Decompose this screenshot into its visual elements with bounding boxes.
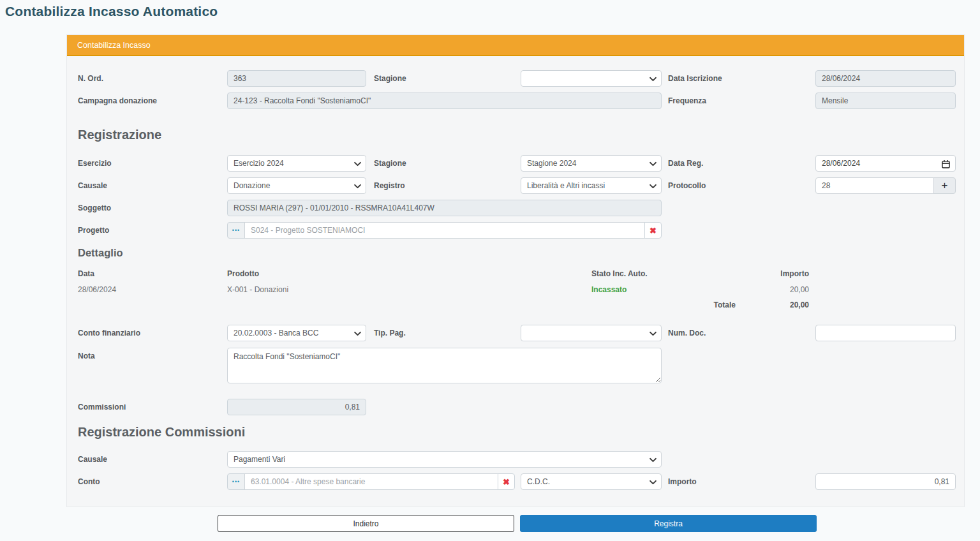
back-button[interactable]: Indietro: [218, 515, 514, 532]
table-row: 28/06/2024 X-001 - Donazioni Incassato 2…: [78, 285, 954, 294]
panel-header: Contabilizza Incasso: [67, 35, 964, 56]
tip-pag-select[interactable]: [521, 325, 662, 341]
chevron-down-icon: [650, 161, 657, 167]
row-prodotto: X-001 - Donazioni: [227, 285, 591, 294]
campagna-label: Campagna donazione: [78, 96, 227, 105]
totale-label: Totale: [78, 300, 736, 309]
chevron-down-icon: [354, 331, 361, 336]
col-prodotto: Prodotto: [227, 269, 591, 278]
totale-value: 20,00: [736, 300, 809, 309]
esercizio-value: Esercizio 2024: [234, 159, 284, 168]
stagione-testata-label: Stagione: [374, 74, 521, 83]
n-ord-input[interactable]: [227, 70, 366, 87]
campagna-input[interactable]: [227, 93, 662, 109]
tip-pag-label: Tip. Pag.: [374, 329, 521, 337]
dettaglio-table-header: Data Prodotto Stato Inc. Auto. Importo: [78, 269, 954, 278]
cdc-value: C.D.C.: [527, 477, 550, 486]
protocollo-label: Protocollo: [668, 181, 815, 190]
importo-commissioni-label: Importo: [668, 477, 815, 486]
conto-finanziario-value: 20.02.0003 - Banca BCC: [234, 329, 318, 337]
n-ord-label: N. Ord.: [78, 74, 227, 83]
contabilizza-panel: Contabilizza Incasso N. Ord. Stagione Da…: [66, 34, 965, 507]
conto-clear-button[interactable]: ✖: [498, 473, 515, 490]
col-stato: Stato Inc. Auto.: [591, 269, 736, 278]
causale-value: Donazione: [234, 181, 270, 190]
protocollo-add-button[interactable]: +: [933, 177, 956, 194]
conto-finanziario-select[interactable]: 20.02.0003 - Banca BCC: [227, 325, 366, 341]
dettaglio-heading: Dettaglio: [78, 246, 954, 260]
conto-label: Conto: [78, 477, 227, 486]
progetto-lookup-button[interactable]: •••: [227, 222, 245, 239]
chevron-down-icon: [650, 77, 657, 82]
data-reg-value: 28/06/2024: [822, 159, 860, 168]
progetto-input[interactable]: [244, 222, 645, 239]
registro-label: Registro: [374, 181, 521, 190]
totale-row: Totale 20,00: [78, 300, 954, 309]
esercizio-select[interactable]: Esercizio 2024: [227, 155, 366, 172]
calendar-icon[interactable]: [942, 159, 950, 168]
stagione-reg-label: Stagione: [374, 159, 521, 168]
frequenza-input[interactable]: [815, 93, 956, 109]
conto-lookup-button[interactable]: •••: [227, 473, 245, 490]
data-reg-label: Data Reg.: [668, 159, 815, 168]
conto-input[interactable]: [244, 473, 498, 490]
importo-commissioni-input[interactable]: [815, 473, 956, 490]
footer-actions: Indietro Registra: [218, 515, 980, 532]
causale-commissioni-label: Causale: [78, 455, 227, 464]
causale-label: Causale: [78, 181, 227, 190]
conto-finanziario-label: Conto finanziario: [78, 329, 227, 337]
num-doc-label: Num. Doc.: [668, 329, 815, 337]
chevron-down-icon: [650, 457, 657, 463]
registro-select[interactable]: Liberalità e Altri incassi: [521, 177, 662, 194]
commissioni-input[interactable]: [227, 399, 366, 415]
soggetto-input[interactable]: [227, 200, 662, 216]
num-doc-input[interactable]: [815, 325, 956, 341]
frequenza-label: Frequenza: [668, 96, 815, 105]
panel-body: N. Ord. Stagione Data Iscrizione Campagn…: [67, 56, 964, 507]
data-reg-input[interactable]: 28/06/2024: [815, 155, 956, 172]
protocollo-input[interactable]: [815, 177, 934, 194]
chevron-down-icon: [650, 480, 657, 485]
chevron-down-icon: [650, 331, 657, 336]
col-data: Data: [78, 269, 227, 278]
commissioni-label: Commissioni: [78, 403, 227, 411]
cdc-select[interactable]: C.D.C.: [521, 473, 662, 490]
registro-value: Liberalità e Altri incassi: [527, 181, 605, 190]
data-iscrizione-input[interactable]: [815, 70, 956, 87]
stagione-reg-select[interactable]: Stagione 2024: [521, 155, 662, 172]
chevron-down-icon: [650, 184, 657, 189]
page-title: Contabilizza Incasso Automatico: [5, 4, 980, 19]
causale-select[interactable]: Donazione: [227, 177, 366, 194]
registrazione-heading: Registrazione: [78, 126, 954, 144]
soggetto-label: Soggetto: [78, 204, 227, 212]
stagione-testata-select[interactable]: [521, 70, 662, 87]
nota-label: Nota: [78, 348, 227, 364]
chevron-down-icon: [354, 184, 361, 189]
progetto-clear-button[interactable]: ✖: [644, 222, 662, 239]
row-data: 28/06/2024: [78, 285, 227, 294]
status-badge: Incassato: [591, 285, 736, 294]
causale-commissioni-value: Pagamenti Vari: [234, 455, 285, 464]
register-button[interactable]: Registra: [520, 515, 817, 532]
data-iscrizione-label: Data Iscrizione: [668, 74, 815, 83]
chevron-down-icon: [354, 161, 361, 167]
col-importo: Importo: [736, 269, 809, 278]
progetto-label: Progetto: [78, 226, 227, 235]
esercizio-label: Esercizio: [78, 159, 227, 168]
stagione-reg-value: Stagione 2024: [527, 159, 576, 168]
row-importo: 20,00: [736, 285, 809, 294]
nota-textarea[interactable]: Raccolta Fondi "SosteniamoCI": [227, 348, 662, 383]
registrazione-commissioni-heading: Registrazione Commissioni: [78, 423, 954, 441]
causale-commissioni-select[interactable]: Pagamenti Vari: [227, 451, 662, 468]
